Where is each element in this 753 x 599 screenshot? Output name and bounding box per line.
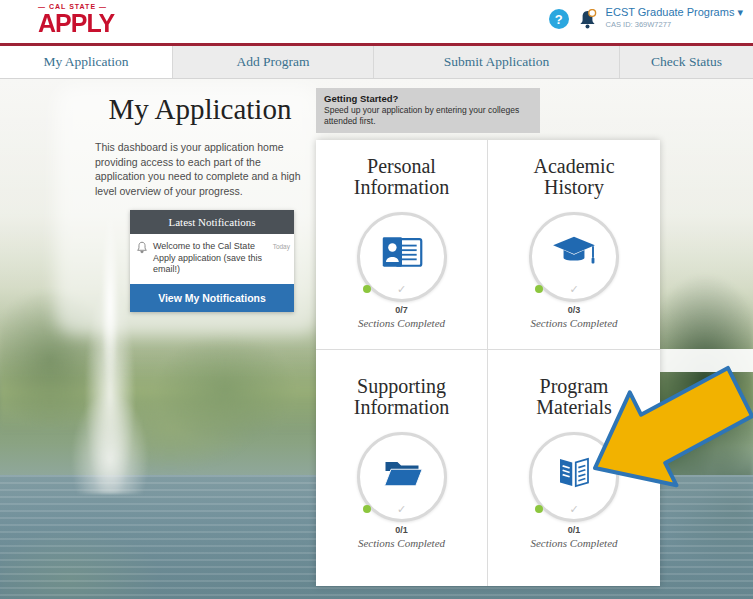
account-menu[interactable]: ECST Graduate Programs ▾ CAS ID: 369W727… — [606, 6, 743, 29]
open-book-icon — [553, 453, 595, 491]
card-title: Program Materials — [509, 376, 639, 419]
chevron-down-icon: ▾ — [737, 6, 743, 18]
card-title: Personal Information — [337, 156, 467, 199]
account-name: ECST Graduate Programs — [606, 6, 735, 18]
cal-state-apply-logo[interactable]: — CAL STATE — APPLY — [38, 3, 114, 35]
progress-ring: ✓ — [529, 212, 619, 302]
progress-dot — [363, 285, 371, 293]
page-title: My Application — [85, 93, 315, 126]
sections-progress: 0/7 — [316, 305, 487, 315]
progress-ring: ✓ — [357, 432, 447, 522]
application-sections-panel: Personal Information ✓ 0/7 Sections Comp… — [316, 140, 660, 586]
help-glyph: ? — [555, 12, 563, 27]
panel-row-strip — [660, 349, 753, 372]
card-title: Supporting Information — [337, 376, 467, 419]
page-description: This dashboard is your application home … — [95, 140, 303, 199]
bell-glyph — [578, 9, 597, 30]
getting-started-title: Getting Started? — [324, 93, 532, 104]
sections-caption: Sections Completed — [488, 537, 660, 549]
id-card-icon — [380, 233, 424, 271]
graduation-cap-icon — [551, 233, 597, 271]
check-icon: ✓ — [397, 283, 406, 296]
progress-dot — [363, 505, 371, 513]
card-academic-history[interactable]: Academic History ✓ 0/3 Sections Complete… — [488, 140, 660, 350]
help-icon[interactable]: ? — [549, 9, 569, 29]
getting-started-tooltip: Getting Started? Speed up your applicati… — [316, 88, 540, 133]
tab-my-application[interactable]: My Application — [0, 46, 173, 78]
progress-ring: ✓ — [357, 212, 447, 302]
notification-item[interactable]: Welcome to the Cal State Apply applicati… — [130, 234, 294, 284]
sections-caption: Sections Completed — [488, 317, 660, 329]
progress-ring: ✓ — [529, 432, 619, 522]
tab-label: My Application — [43, 54, 128, 70]
tab-check-status[interactable]: Check Status — [620, 46, 753, 78]
card-title: Academic History — [509, 156, 639, 199]
sections-caption: Sections Completed — [316, 537, 487, 549]
check-icon: ✓ — [569, 503, 578, 516]
sections-caption: Sections Completed — [316, 317, 487, 329]
check-icon: ✓ — [397, 503, 406, 516]
sections-progress: 0/3 — [488, 305, 660, 315]
notifications-header: Latest Notifications — [130, 210, 294, 234]
app-header: — CAL STATE — APPLY ? ECST Graduate Prog… — [0, 0, 753, 46]
tab-label: Check Status — [651, 54, 722, 70]
check-icon: ✓ — [569, 283, 578, 296]
sections-progress: 0/1 — [488, 525, 660, 535]
notification-bell-icon[interactable] — [578, 9, 597, 34]
primary-nav: My Application Add Program Submit Applic… — [0, 46, 753, 79]
latest-notifications-widget: Latest Notifications Welcome to the Cal … — [130, 210, 294, 312]
progress-dot — [535, 505, 543, 513]
sections-progress: 0/1 — [316, 525, 487, 535]
view-my-notifications-button[interactable]: View My Notifications — [130, 284, 294, 312]
tab-submit-application[interactable]: Submit Application — [374, 46, 620, 78]
open-folder-icon — [380, 453, 424, 491]
bell-outline-icon — [136, 241, 148, 254]
progress-dot — [535, 285, 543, 293]
getting-started-text: Speed up your application by entering yo… — [324, 105, 532, 126]
notification-time: Today — [273, 243, 290, 250]
card-program-materials[interactable]: Program Materials ✓ 0/1 Sections Complet — [488, 350, 660, 586]
tab-label: Submit Application — [444, 54, 549, 70]
cas-id-label: CAS ID: 369W7277 — [606, 20, 743, 29]
card-supporting-information[interactable]: Supporting Information ✓ 0/1 Sections Co… — [316, 350, 488, 586]
logo-wordmark: APPLY — [38, 10, 114, 36]
cal-state-apply-dashboard: — CAL STATE — APPLY ? ECST Graduate Prog… — [0, 0, 753, 599]
notification-message: Welcome to the Cal State Apply applicati… — [153, 241, 271, 276]
card-personal-information[interactable]: Personal Information ✓ 0/7 Sections Comp… — [316, 140, 488, 350]
tab-label: Add Program — [236, 54, 309, 70]
tab-add-program[interactable]: Add Program — [173, 46, 374, 78]
